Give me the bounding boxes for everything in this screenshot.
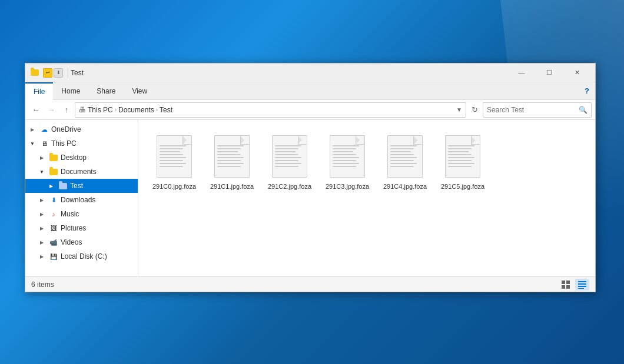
- refresh-button[interactable]: ↻: [467, 103, 482, 117]
- expander-downloads[interactable]: ▶: [37, 195, 47, 205]
- expander-desktop[interactable]: ▶: [37, 153, 47, 162]
- sidebar-item-music[interactable]: ▶ ♪ Music: [25, 207, 138, 221]
- expander-test[interactable]: ▶: [47, 181, 56, 191]
- file-icon: [327, 133, 368, 180]
- disk-icon: 💾: [49, 252, 58, 261]
- file-label: 291C3.jpg.foza: [326, 182, 369, 191]
- sidebar-item-thispc[interactable]: ▼ 🖥 This PC: [25, 136, 138, 151]
- expander-documents[interactable]: ▼: [37, 167, 47, 176]
- tab-file[interactable]: File: [25, 82, 53, 100]
- page-icon: [387, 135, 423, 178]
- downloads-icon: ⬇: [49, 195, 58, 205]
- file-item[interactable]: 291C1.jpg.foza: [205, 129, 258, 194]
- svg-rect-1: [566, 280, 570, 284]
- tab-share[interactable]: Share: [88, 82, 124, 99]
- close-button[interactable]: ✕: [563, 64, 590, 82]
- file-item[interactable]: 291C0.jpg.foza: [148, 129, 201, 194]
- up-button[interactable]: ↑: [59, 103, 74, 117]
- expander-thispc[interactable]: ▼: [28, 139, 37, 148]
- navigation-bar: ← → ↑ 🖶 This PC › Documents › Test ▼ ↻ 🔍: [25, 100, 595, 120]
- svg-rect-0: [562, 280, 565, 284]
- view-grid-button[interactable]: [559, 279, 573, 290]
- page-lines: [448, 145, 477, 167]
- view-details-button[interactable]: [575, 279, 589, 290]
- quick-access-toolbar: ↩ ⬇: [43, 68, 63, 78]
- expander-pictures[interactable]: ▶: [37, 223, 47, 233]
- svg-rect-7: [578, 288, 584, 289]
- sidebar-item-documents[interactable]: ▼ Documents: [25, 165, 138, 179]
- breadcrumb-pc-label: This PC: [88, 106, 113, 114]
- search-bar[interactable]: 🔍: [483, 102, 592, 118]
- page-icon: [445, 135, 480, 178]
- sidebar-item-downloads[interactable]: ▶ ⬇ Downloads: [25, 193, 138, 207]
- sidebar-item-localdisk[interactable]: ▶ 💾 Local Disk (C:): [25, 249, 138, 263]
- svg-rect-3: [566, 285, 570, 289]
- page-lines: [333, 145, 362, 167]
- file-icon: [154, 133, 195, 180]
- tab-home[interactable]: Home: [53, 82, 88, 99]
- quick-btn-2[interactable]: ⬇: [54, 68, 63, 78]
- minimize-button[interactable]: —: [508, 64, 535, 82]
- help-button[interactable]: ?: [579, 82, 595, 99]
- sidebar-item-pictures[interactable]: ▶ 🖼 Pictures: [25, 221, 138, 235]
- test-folder-icon: [58, 181, 68, 191]
- page-lines: [390, 145, 420, 167]
- expander-onedrive[interactable]: ▶: [28, 125, 37, 134]
- page-icon: [214, 135, 250, 178]
- pc-icon: 🖥: [39, 139, 49, 148]
- window-controls: — ☐ ✕: [508, 64, 590, 82]
- window-title: Test: [71, 69, 508, 77]
- desktop-folder-icon: [49, 153, 58, 162]
- quick-btn-1[interactable]: ↩: [43, 68, 52, 78]
- explorer-window: ↩ ⬇ Test — ☐ ✕ File Home Share View ? ← …: [25, 63, 596, 292]
- sidebar-item-onedrive[interactable]: ▶ ☁ OneDrive: [25, 122, 138, 136]
- file-item[interactable]: 291C5.jpg.foza: [436, 129, 489, 194]
- svg-rect-5: [578, 283, 586, 285]
- sep-2: ›: [156, 106, 158, 113]
- file-area: 291C0.jpg.foza 291C1.jpg.foza: [138, 120, 595, 276]
- sidebar-label-desktop: Desktop: [61, 153, 87, 162]
- view-toggles: [559, 279, 589, 290]
- sidebar-item-test[interactable]: ▶ Test: [25, 179, 138, 193]
- breadcrumb-current: Test: [160, 106, 172, 114]
- file-item[interactable]: 291C3.jpg.foza: [321, 129, 374, 194]
- sidebar-label-localdisk: Local Disk (C:): [61, 252, 107, 261]
- file-icon: [442, 133, 483, 180]
- search-input[interactable]: [487, 106, 576, 114]
- file-item[interactable]: 291C4.jpg.foza: [379, 129, 432, 194]
- tab-view[interactable]: View: [124, 82, 155, 99]
- file-label: 291C4.jpg.foza: [383, 182, 427, 191]
- back-button[interactable]: ←: [29, 103, 43, 117]
- page-icon: [157, 135, 192, 178]
- sidebar: ▶ ☁ OneDrive ▼ 🖥 This PC ▶ Des: [25, 120, 138, 276]
- breadcrumb: 🖶 This PC › Documents › Test: [79, 106, 172, 114]
- maximize-button[interactable]: ☐: [536, 64, 563, 82]
- expander-music[interactable]: ▶: [37, 209, 47, 219]
- expander-videos[interactable]: ▶: [37, 238, 47, 247]
- sidebar-label-videos: Videos: [61, 238, 82, 246]
- sidebar-item-videos[interactable]: ▶ 📹 Videos: [25, 235, 138, 249]
- sidebar-item-desktop[interactable]: ▶ Desktop: [25, 151, 138, 165]
- page-icon: [272, 135, 307, 178]
- page-lines: [160, 145, 189, 167]
- file-label: 291C0.jpg.foza: [152, 182, 196, 191]
- pictures-icon: 🖼: [49, 223, 58, 233]
- svg-rect-4: [578, 281, 586, 282]
- sidebar-label-thispc: This PC: [51, 139, 77, 148]
- file-icon: [384, 133, 426, 180]
- address-dropdown-arrow[interactable]: ▼: [456, 106, 462, 113]
- forward-button[interactable]: →: [44, 103, 58, 117]
- page-lines: [275, 145, 304, 167]
- search-icon[interactable]: 🔍: [579, 106, 588, 114]
- file-item[interactable]: 291C2.jpg.foza: [263, 129, 316, 194]
- address-bar[interactable]: 🖶 This PC › Documents › Test ▼: [75, 102, 466, 118]
- sidebar-label-test: Test: [70, 182, 83, 190]
- file-label: 291C2.jpg.foza: [268, 182, 311, 191]
- svg-rect-6: [578, 286, 586, 287]
- expander-localdisk[interactable]: ▶: [37, 252, 47, 261]
- file-label: 291C5.jpg.foza: [441, 182, 484, 191]
- documents-folder-icon: [49, 167, 58, 176]
- breadcrumb-this-pc: 🖶: [79, 106, 86, 114]
- title-bar: ↩ ⬇ Test — ☐ ✕: [25, 64, 595, 82]
- sidebar-label-onedrive: OneDrive: [51, 125, 81, 133]
